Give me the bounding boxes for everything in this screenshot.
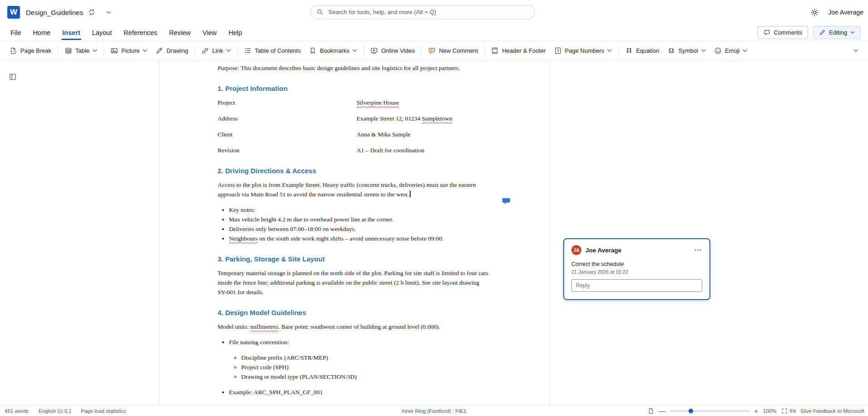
chevron-down-icon — [701, 49, 706, 52]
bullet-list-key-notes: Key notes: Max vehicle height 4.2 m due … — [218, 205, 489, 243]
editing-mode-button[interactable]: Editing — [813, 26, 861, 39]
spellcheck-word: Silverpine House — [357, 99, 399, 106]
document-title[interactable]: Design_Guidelines — [26, 9, 83, 16]
ribbon-separator — [237, 45, 238, 56]
emoji-smiley-icon — [714, 47, 722, 55]
settings-gear-icon[interactable] — [810, 8, 819, 17]
tab-help[interactable]: Help — [223, 25, 248, 41]
global-search-box[interactable] — [310, 5, 535, 19]
tab-file[interactable]: File — [5, 25, 27, 41]
titlebar: W Design_Guidelines Joe Average — [0, 0, 868, 25]
feedback-link[interactable]: Give Feedback to Microsoft — [801, 408, 864, 414]
comments-button[interactable]: Comments — [758, 26, 808, 39]
link-button[interactable]: Link — [197, 43, 235, 58]
spellcheck-word: Sampletown — [422, 115, 453, 122]
tab-layout[interactable]: Layout — [86, 25, 118, 41]
paragraph-purpose: Purpose: This document describes basic d… — [218, 63, 489, 73]
ribbon-separator — [618, 45, 619, 56]
comment-author: Joe Average — [585, 247, 621, 254]
ribbon-collapse-chevron-icon[interactable] — [853, 49, 858, 52]
ribbon-separator — [58, 45, 58, 56]
document-page[interactable]: Purpose: This document describes basic d… — [159, 61, 550, 405]
symbol-omega-icon: Ω — [668, 47, 675, 55]
drawing-button[interactable]: Drawing — [151, 43, 192, 58]
ribbon-separator — [104, 45, 104, 56]
comment-bubble-filled-icon — [502, 197, 511, 205]
zoom-out-button[interactable]: — — [659, 408, 665, 414]
fit-to-page-button[interactable]: Fit — [781, 408, 796, 414]
symbol-button[interactable]: Ω Symbol — [664, 43, 710, 58]
link-icon — [201, 47, 209, 55]
comment-header: JA Joe Average ··· — [571, 245, 702, 255]
picture-icon — [110, 47, 118, 55]
new-comment-icon — [428, 47, 436, 55]
page-numbers-button[interactable]: Page Numbers — [550, 43, 616, 58]
tab-insert[interactable]: Insert — [56, 25, 86, 41]
page-break-button[interactable]: Page Break — [5, 43, 55, 58]
new-comment-button[interactable]: New Comment — [424, 43, 482, 58]
equation-button[interactable]: Π Equation — [621, 43, 663, 58]
comment-anchor-icon[interactable] — [502, 197, 511, 205]
heading-project-information: 1. Project Information — [218, 84, 489, 93]
navigation-pane-toggle-button[interactable] — [7, 71, 18, 82]
ribbon-separator — [363, 45, 364, 56]
user-account-name[interactable]: Joe Average — [828, 9, 863, 16]
saved-sync-icon[interactable] — [88, 9, 95, 16]
picture-button[interactable]: Picture — [106, 43, 151, 58]
zoom-in-button[interactable]: + — [754, 408, 758, 414]
comment-more-options-button[interactable]: ··· — [694, 248, 702, 252]
header-footer-icon — [491, 47, 499, 55]
header-footer-button[interactable]: Header & Footer — [487, 43, 550, 58]
heading-design-model: 4. Design Model Guidelines — [218, 308, 489, 317]
chevron-down-icon — [226, 49, 231, 52]
drawing-pen-icon — [155, 47, 163, 55]
table-of-contents-button[interactable]: Table of Contents — [240, 43, 305, 58]
zoom-slider[interactable] — [670, 408, 749, 414]
equation-pi-icon: Π — [625, 47, 633, 55]
emoji-button[interactable]: Emoji — [710, 43, 752, 58]
page-numbers-icon — [554, 47, 562, 55]
search-input[interactable] — [327, 8, 529, 16]
tab-view[interactable]: View — [197, 25, 223, 41]
bookmarks-button[interactable]: Bookmarks — [305, 43, 361, 58]
spellcheck-word: millimetres — [250, 323, 278, 330]
chevron-down-icon — [352, 49, 357, 52]
zoom-level[interactable]: 100% — [763, 408, 776, 414]
chevron-down-icon — [143, 49, 147, 52]
chevron-down-icon — [607, 49, 612, 52]
document-canvas: Purpose: This document describes basic d… — [0, 61, 868, 405]
info-row-revision: RevisionA1 – Draft for coordination — [218, 145, 489, 155]
tab-review[interactable]: Review — [163, 25, 197, 41]
statusbar: 451 words English (U.S.) Page load stati… — [0, 405, 868, 416]
info-row-project: ProjectSilverpine House — [218, 98, 489, 107]
reading-view-icon[interactable] — [648, 408, 654, 414]
comment-bubble-icon — [764, 29, 770, 36]
online-video-button[interactable]: Online Video — [366, 43, 419, 58]
tab-home[interactable]: Home — [27, 25, 56, 41]
zoom-slider-track — [670, 411, 749, 411]
paragraph-access: Access to the plot is from Example Stree… — [218, 180, 489, 199]
table-button[interactable]: Table — [60, 43, 101, 58]
word-logo-icon[interactable]: W — [7, 6, 20, 19]
page-break-icon — [10, 47, 17, 55]
page-load-statistics[interactable]: Page load statistics — [81, 408, 126, 414]
avatar: JA — [571, 245, 581, 255]
comment-text: Correct the schedule — [571, 261, 702, 267]
comment-card[interactable]: JA Joe Average ··· Correct the schedule … — [563, 238, 710, 300]
comment-reply-input[interactable] — [571, 279, 702, 292]
pencil-icon — [819, 29, 826, 36]
ribbon-separator — [194, 45, 195, 56]
heading-parking-storage: 3. Parking, Storage & Site Layout — [218, 254, 489, 264]
title-chevron-down-icon[interactable] — [106, 11, 111, 14]
zoom-slider-thumb[interactable] — [689, 409, 693, 413]
fit-icon — [781, 408, 788, 414]
word-count[interactable]: 451 words — [5, 408, 29, 414]
language-indicator[interactable]: English (U.S.) — [39, 408, 71, 414]
sidebar-pane-icon — [9, 73, 17, 81]
table-of-contents-icon — [244, 47, 252, 55]
ribbon-separator — [421, 45, 422, 56]
chevron-down-icon — [743, 49, 747, 52]
paragraph-model-units: Model units: millimetres. Base point: so… — [218, 322, 489, 331]
tab-references[interactable]: References — [118, 25, 163, 41]
spellcheck-word: Neighbours — [229, 235, 258, 242]
